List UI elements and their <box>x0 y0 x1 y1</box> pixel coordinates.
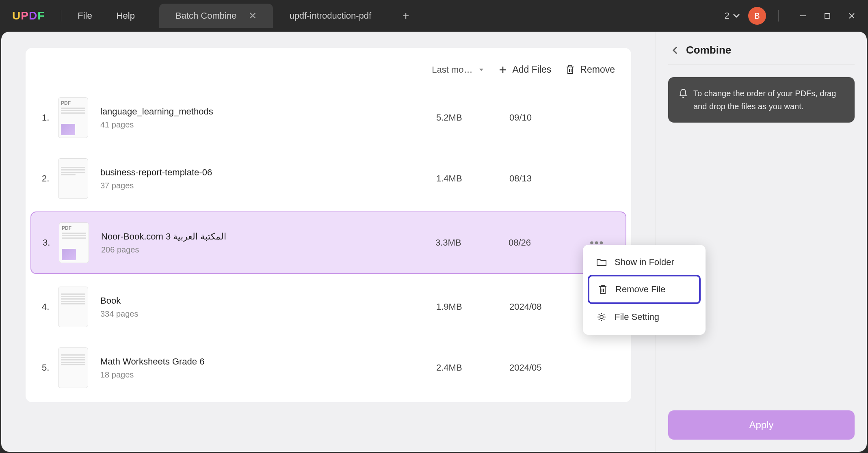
file-index: 1. <box>42 112 58 123</box>
file-index: 4. <box>42 302 58 312</box>
trash-icon <box>565 65 575 75</box>
file-name: Noor-Book.com 3 المكتبة العربية <box>101 231 435 242</box>
file-pages: 18 pages <box>100 370 436 380</box>
file-thumbnail <box>58 347 88 388</box>
app-logo: UPDF <box>0 9 57 22</box>
menu-file[interactable]: File <box>65 11 104 21</box>
file-thumbnail <box>58 287 88 327</box>
close-button[interactable] <box>848 12 860 20</box>
tabs-container: Batch Combine ✕ updf-introduction-pdf + <box>159 4 416 28</box>
dropdown-triangle-icon <box>478 68 484 72</box>
file-list: Last mo… Add Files Remove 1. P <box>26 48 631 402</box>
remove-button[interactable]: Remove <box>565 64 615 75</box>
gear-icon <box>596 311 607 323</box>
context-menu: Show in Folder Remove File File Setting <box>583 245 706 335</box>
file-pages: 334 pages <box>100 309 436 319</box>
tab-batch-combine[interactable]: Batch Combine ✕ <box>159 4 273 28</box>
file-date: 08/26 <box>509 237 590 248</box>
titlebar: UPDF File Help Batch Combine ✕ updf-intr… <box>0 0 868 32</box>
folder-icon <box>596 257 607 267</box>
file-size: 1.4MB <box>436 173 509 184</box>
file-thumbnail: PDF <box>59 222 89 263</box>
tab-updf-intro[interactable]: updf-introduction-pdf <box>273 4 387 28</box>
side-panel: Combine To change the order of your PDFs… <box>656 32 867 452</box>
file-info: Book 334 pages <box>100 296 436 319</box>
context-show-in-folder[interactable]: Show in Folder <box>588 250 701 275</box>
app-window: UPDF File Help Batch Combine ✕ updf-intr… <box>0 0 868 453</box>
file-size: 3.3MB <box>435 237 509 248</box>
titlebar-right: 2 B <box>725 7 868 25</box>
file-info: Math Worksheets Grade 6 18 pages <box>100 356 436 380</box>
tip-text: To change the order of your PDFs, drag a… <box>693 87 844 113</box>
file-pages: 37 pages <box>100 181 436 190</box>
sort-dropdown[interactable]: Last mo… <box>432 65 484 75</box>
file-size: 5.2MB <box>436 112 509 123</box>
file-row[interactable]: 1. PDF language_learning_methods 41 page… <box>26 87 631 148</box>
divider <box>778 10 779 22</box>
context-remove-file[interactable]: Remove File <box>588 275 701 304</box>
file-name: Book <box>100 296 436 306</box>
chevron-down-icon <box>733 13 740 18</box>
apply-button[interactable]: Apply <box>668 410 855 440</box>
maximize-button[interactable] <box>823 12 836 20</box>
tab-label: Batch Combine <box>175 11 236 21</box>
tab-count-dropdown[interactable]: 2 <box>725 11 740 21</box>
divider <box>61 10 61 22</box>
file-date: 2024/08 <box>509 302 591 312</box>
file-date: 09/10 <box>509 112 591 123</box>
side-title: Combine <box>686 44 731 56</box>
svg-rect-1 <box>825 13 830 18</box>
trash-icon <box>597 284 608 295</box>
file-row-selected[interactable]: 3. PDF Noor-Book.com 3 المكتبة العربية 2… <box>30 211 626 274</box>
list-toolbar: Last mo… Add Files Remove <box>26 52 631 87</box>
file-row[interactable]: 2. business-report-template-06 37 pages … <box>26 148 631 209</box>
add-files-button[interactable]: Add Files <box>498 64 551 75</box>
tip-box: To change the order of your PDFs, drag a… <box>668 77 855 123</box>
content-area: Last mo… Add Files Remove 1. P <box>0 32 868 453</box>
side-header: Combine <box>668 44 855 65</box>
file-thumbnail <box>58 158 88 199</box>
file-info: language_learning_methods 41 pages <box>100 106 436 129</box>
file-size: 2.4MB <box>436 362 509 373</box>
file-info: Noor-Book.com 3 المكتبة العربية 206 page… <box>101 231 435 255</box>
file-info: business-report-template-06 37 pages <box>100 167 436 190</box>
minimize-button[interactable] <box>799 12 811 20</box>
user-avatar[interactable]: B <box>748 7 766 25</box>
file-name: business-report-template-06 <box>100 167 436 178</box>
file-pages: 206 pages <box>101 245 435 255</box>
file-row[interactable]: 5. Math Worksheets Grade 6 18 pages 2.4M… <box>26 337 631 398</box>
window-controls <box>799 12 860 20</box>
tab-label: updf-introduction-pdf <box>289 11 371 21</box>
plus-icon <box>498 65 507 74</box>
file-name: Math Worksheets Grade 6 <box>100 356 436 367</box>
file-row[interactable]: 4. Book 334 pages 1.9MB 2024/08 <box>26 276 631 337</box>
file-index: 3. <box>43 237 59 248</box>
file-size: 1.9MB <box>436 302 509 312</box>
svg-point-2 <box>600 315 603 319</box>
file-index: 5. <box>42 362 58 373</box>
file-date: 2024/05 <box>509 362 591 373</box>
file-date: 08/13 <box>509 173 591 184</box>
file-pages: 41 pages <box>100 120 436 129</box>
menu-help[interactable]: Help <box>104 11 147 21</box>
file-index: 2. <box>42 173 58 184</box>
context-file-setting[interactable]: File Setting <box>588 304 701 330</box>
file-thumbnail: PDF <box>58 97 88 138</box>
file-name: language_learning_methods <box>100 106 436 117</box>
new-tab-button[interactable]: + <box>396 6 416 26</box>
back-arrow-icon[interactable] <box>672 46 678 55</box>
main-panel: Last mo… Add Files Remove 1. P <box>1 32 656 452</box>
tab-close-icon[interactable]: ✕ <box>249 10 257 22</box>
bell-icon <box>679 88 688 113</box>
